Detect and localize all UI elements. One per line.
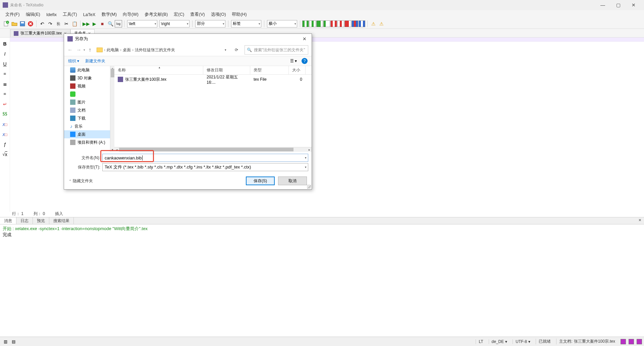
menu-edit[interactable]: 编辑(E) (23, 11, 43, 18)
view-mode-button[interactable]: ☰ ▾ (290, 59, 297, 63)
col-type[interactable]: 类型 (250, 66, 289, 74)
search-input[interactable]: 🔍 搜索"法外狂徒张三的文件夹" (245, 45, 308, 55)
tab-search[interactable]: 搜索结果 (49, 217, 74, 224)
folder-tree[interactable]: 此电脑 3D 对象 视频 图片 文档 下载 ♪音乐 桌面 项目和资料 (A:) … (64, 66, 114, 152)
tree-video[interactable]: 视频 (64, 82, 114, 90)
deco-btn-5[interactable] (330, 20, 337, 27)
build-icon[interactable]: ▶▶ (83, 20, 90, 27)
left-combo[interactable]: \left▾ (127, 20, 157, 27)
menu-tools[interactable]: 工具(T) (60, 11, 80, 18)
tree-3d[interactable]: 3D 对象 (64, 74, 114, 82)
undo-icon[interactable]: ↶ (39, 20, 46, 27)
bold-button[interactable]: B (1, 40, 9, 48)
tab-messages[interactable]: 消息 (0, 217, 16, 224)
menu-options[interactable]: 选项(O) (208, 11, 229, 18)
tab-preview[interactable]: 预览 (33, 217, 49, 224)
col-date[interactable]: 修改日期 (203, 66, 250, 74)
part-combo[interactable]: 部分▾ (195, 20, 225, 27)
dialog-close-button[interactable]: × (301, 36, 308, 43)
save-button[interactable]: 保存(S) (246, 177, 275, 185)
history-dropdown[interactable]: ▾ (84, 48, 85, 52)
log-icon[interactable]: log (115, 20, 122, 27)
stop-icon[interactable]: ■ (99, 20, 106, 27)
cut-icon[interactable]: ✂ (63, 20, 70, 27)
compile-icon[interactable]: ▶ (91, 20, 98, 27)
align-left-icon[interactable]: ≡ (1, 70, 9, 78)
up-button[interactable]: ↑ (89, 47, 91, 53)
tree-downloads[interactable]: 下载 (64, 114, 114, 122)
bookmark-icon-1[interactable] (621, 339, 626, 344)
organize-button[interactable]: 组织 ▾ (68, 58, 79, 64)
menu-view[interactable]: 查看(V) (187, 11, 207, 18)
superscript-icon[interactable]: x□ (1, 131, 9, 138)
filename-input[interactable]: cankaowenxian.bib▾ (102, 154, 308, 162)
view-mode-1-icon[interactable]: ▥ (2, 338, 9, 345)
deco-btn-9[interactable] (359, 20, 365, 27)
paste-icon[interactable]: 📋 (71, 20, 78, 27)
menu-bib[interactable]: 参考文献(B) (142, 11, 170, 18)
deco-btn-8[interactable] (352, 20, 358, 27)
tab-file-1[interactable]: 张三重大案件100宗.tex × (10, 29, 70, 37)
menu-macro[interactable]: 宏(C) (171, 11, 187, 18)
bookmark-icon-3[interactable] (637, 339, 642, 344)
tree-pictures[interactable]: 图片 (64, 98, 114, 106)
deco-btn-2[interactable] (309, 20, 316, 27)
tree-drive-a[interactable]: 项目和资料 (A:) (64, 138, 114, 146)
deco-btn-3[interactable] (316, 20, 323, 27)
sqrt-icon[interactable]: √x (1, 151, 9, 158)
bookmark-icon-2[interactable] (629, 339, 634, 344)
languagetool-status[interactable]: LT (476, 339, 486, 344)
minimize-button[interactable]: — (595, 0, 610, 10)
align-right-icon[interactable]: ≡ (1, 90, 9, 98)
save-file-icon[interactable] (19, 20, 26, 27)
close-window-button[interactable]: ✕ (626, 0, 641, 10)
new-file-icon[interactable]: + (3, 20, 10, 27)
close-file-icon[interactable] (27, 20, 34, 27)
filetype-select[interactable]: TeX 文件 (*.tex *.bib *.sty *.cls *.mp *.d… (102, 163, 308, 171)
menu-wizard[interactable]: 向导(W) (120, 11, 141, 18)
tree-music[interactable]: ♪音乐 (64, 122, 114, 130)
locale-status[interactable]: de_DE ▾ (489, 339, 510, 344)
col-size[interactable]: 大小 (289, 66, 306, 74)
subscript-icon[interactable]: x□ (1, 121, 9, 128)
refresh-button[interactable]: ⟳ (232, 45, 241, 55)
right-combo[interactable]: \right▾ (159, 20, 190, 27)
close-panel-icon[interactable]: × (636, 217, 644, 224)
size-combo[interactable]: 极小▾ (267, 20, 297, 27)
open-file-icon[interactable] (11, 20, 18, 27)
resize-grip[interactable] (307, 185, 311, 189)
deco-btn-4[interactable] (323, 20, 330, 27)
tree-this-pc[interactable]: 此电脑 (64, 66, 114, 74)
back-button[interactable]: ← (67, 47, 73, 53)
deco-btn-1[interactable] (302, 20, 309, 27)
tree-cloud[interactable] (64, 90, 114, 98)
tree-documents[interactable]: 文档 (64, 106, 114, 114)
menu-math[interactable]: 数学(M) (99, 11, 120, 18)
file-row[interactable]: 张三重大案件100宗.tex 2021/1/22 星期五 16:... tex … (114, 75, 312, 84)
fraction-icon[interactable]: ƒ (1, 141, 9, 148)
deco-btn-7[interactable] (344, 20, 351, 27)
italic-button[interactable]: I (1, 50, 9, 58)
maximize-button[interactable]: ▢ (610, 0, 626, 10)
menu-latex[interactable]: LaTeX (80, 11, 98, 18)
help-icon[interactable]: ? (302, 58, 308, 64)
menu-help[interactable]: 帮助(H) (229, 11, 249, 18)
tab-log[interactable]: 日志 (16, 217, 33, 224)
hide-folders-toggle[interactable]: ⌃隐藏文件夹 (69, 178, 93, 184)
col-name[interactable]: ▴名称 (114, 66, 203, 74)
deco-btn-6[interactable] (337, 20, 344, 27)
menu-file[interactable]: 文件(F) (3, 11, 22, 18)
align-center-icon[interactable]: ≣ (1, 80, 9, 88)
label-combo[interactable]: 标签▾ (231, 20, 261, 27)
cancel-button[interactable]: 取消 (278, 177, 307, 185)
newline-icon[interactable]: ↵ (1, 100, 9, 108)
view-mode-2-icon[interactable]: ▤ (10, 338, 17, 345)
tree-desktop[interactable]: 桌面 (64, 130, 114, 138)
menu-idefix[interactable]: Idefix (44, 11, 59, 18)
warning-icon-2[interactable]: ⚠ (378, 20, 385, 27)
forward-button[interactable]: → (76, 47, 82, 53)
new-folder-button[interactable]: 新建文件夹 (85, 58, 105, 64)
encoding-status[interactable]: UTF-8 ▾ (513, 339, 533, 344)
dollar-icon[interactable]: $$ (1, 111, 9, 118)
tree-scrollbar[interactable]: ▴ ▾ (110, 66, 114, 152)
